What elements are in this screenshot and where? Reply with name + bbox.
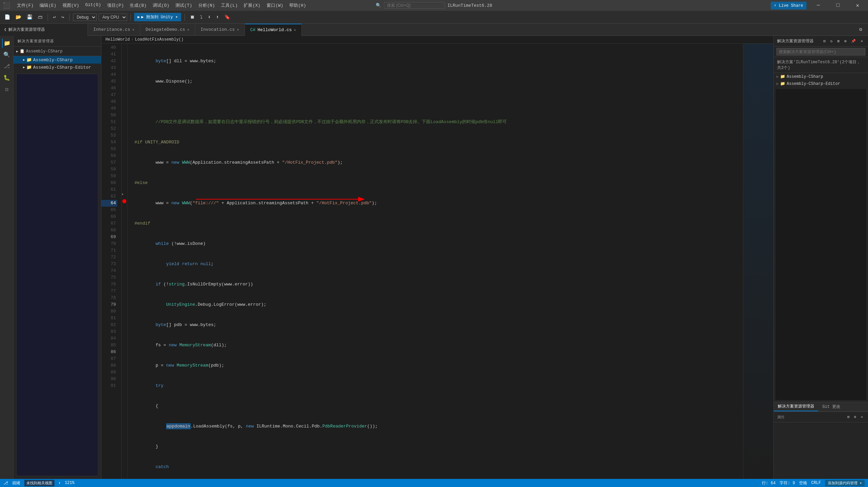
step-over-icon[interactable]: ⤵ [198, 14, 204, 21]
collapse-all-icon[interactable]: ⊟ [822, 38, 827, 44]
extensions-icon[interactable]: ⧈ [2, 85, 11, 94]
step-out-icon[interactable]: ⬆ [215, 13, 221, 21]
debug-icon[interactable]: 🐛 [2, 73, 11, 83]
menu-project[interactable]: 项目(P) [104, 1, 126, 10]
breadcrumb-root[interactable]: HelloWorld [105, 37, 130, 42]
menu-bar: 文件(F) 编辑(E) 视图(V) Git(G) 项目(P) 生成(B) 调试(… [14, 1, 309, 10]
statusbar-right: 行: 64 字符: 9 空格 CRLF 添加到源代码管理 ▾ [762, 480, 865, 486]
file-icon: C# [250, 27, 256, 32]
menu-debug[interactable]: 调试(D) [150, 1, 172, 10]
props-icon1[interactable]: ⊞ [846, 414, 851, 420]
save-all-icon[interactable]: 🗃 [36, 14, 44, 21]
debug-arrow-icon: ➤ [122, 192, 126, 197]
global-search-input[interactable] [384, 2, 445, 9]
breakpoint-marker [122, 199, 126, 203]
redo-icon[interactable]: ↪ [59, 13, 66, 21]
open-icon[interactable]: 📂 [14, 13, 23, 21]
code-line-54: fs = new MemoryStream(dll); [133, 342, 743, 349]
menu-extensions[interactable]: 扩展(X) [241, 1, 263, 10]
menu-analyze[interactable]: 分析(N) [196, 1, 218, 10]
tab-close-icon[interactable]: ✕ [237, 27, 239, 32]
code-line-46: #else [133, 180, 743, 186]
step-into-icon[interactable]: ⬇ [206, 13, 212, 21]
solution-icon: 📋 [20, 49, 25, 54]
code-line-58: appdomain.LoadAssembly(fs, p, new ILRunt… [133, 423, 743, 430]
breadcrumb-method[interactable]: LoadHotFixAssembly() [135, 37, 183, 42]
maximize-button[interactable]: □ [830, 0, 846, 11]
sep4 [184, 14, 185, 21]
settings-icon[interactable]: ⚙ [843, 38, 848, 44]
menu-test[interactable]: 测试(T) [173, 1, 195, 10]
tab-helloworld[interactable]: C# HelloWorld.cs ✕ [245, 24, 302, 36]
solution-search-input[interactable] [776, 48, 865, 55]
menu-help[interactable]: 帮助(H) [287, 1, 308, 10]
run-button[interactable]: ▶ ▶ 附加到 Unity ▾ [134, 13, 181, 21]
error-nav-icon[interactable]: ⬆ [58, 481, 61, 485]
solution-tree-root[interactable]: ▶ 📋 Assembly-CSharp [16, 49, 98, 54]
search-sidebar-icon[interactable]: 🔍 [2, 50, 11, 60]
menu-file[interactable]: 文件(F) [14, 1, 36, 10]
close-panel-icon[interactable]: ✕ [859, 38, 865, 44]
refresh-icon[interactable]: ↻ [829, 38, 835, 44]
solution-explorer-tab[interactable]: 解决方案资源管理器 [774, 402, 818, 411]
solution-tree-item-1[interactable]: ▶ 📁 Assembly-CSharp-Editor [774, 80, 868, 87]
explorer-item-assemblycsharp[interactable]: ▶ 📁 Assembly-CSharp [14, 56, 101, 64]
tab-close-icon[interactable]: ✕ [187, 27, 190, 32]
menu-window[interactable]: 窗口(W) [264, 1, 286, 10]
save-icon[interactable]: 💾 [25, 13, 34, 21]
line-ending[interactable]: CRLF [811, 481, 821, 485]
stop-icon[interactable]: ⏹ [188, 14, 196, 21]
line-numbers: 40 41 42 43 44 45 46 47 48 49 50 51 52 5… [101, 44, 122, 479]
code-editor[interactable]: byte[] dll = www.bytes; www.Dispose(); /… [128, 44, 743, 479]
arrow-right-icon: ▶ [16, 49, 18, 53]
tab-invocation[interactable]: Invocation.cs ✕ [195, 24, 245, 36]
code-line-41: www.Dispose(); [133, 78, 743, 85]
explorer-panel-btn[interactable]: ❮ 解决方案资源管理器 [0, 24, 88, 36]
breakpoint-margin: ➤ [122, 44, 128, 479]
menu-edit[interactable]: 编辑(E) [37, 1, 59, 10]
error-label[interactable]: 未找到相关视图 [24, 480, 54, 486]
code-line-47: www = new WWW("file:///" + Application.s… [133, 200, 743, 207]
code-thumbnail [16, 74, 98, 476]
menu-git[interactable]: Git(G) [82, 1, 104, 10]
close-button[interactable]: ✕ [850, 0, 865, 11]
encoding[interactable]: 空格 [799, 480, 807, 486]
filter-icon[interactable]: ⊞ [836, 38, 841, 44]
git-changes-tab[interactable]: Git 更改 [818, 402, 844, 411]
search-icon: 🔍 [376, 3, 381, 8]
new-file-icon[interactable]: 📄 [3, 13, 12, 21]
titlebar-right: ⚡ Live Share ─ □ ✕ [771, 0, 865, 11]
solution-header-actions: ⊟ ↻ ⊞ ⚙ 📌 ✕ [822, 38, 865, 44]
tab-close-icon[interactable]: ✕ [294, 28, 296, 32]
undo-icon[interactable]: ↩ [51, 13, 57, 21]
add-to-scm-btn[interactable]: 添加到源代码管理 ▾ [825, 480, 865, 486]
solution-tree-item-0[interactable]: ▶ 📁 Assembly-CSharp [774, 73, 868, 80]
code-line-53: byte[] pdb = www.bytes; [133, 322, 743, 328]
split-editor-icon[interactable]: ⧉ [858, 26, 864, 33]
git-icon[interactable]: ⎇ [2, 62, 11, 71]
zoom-level[interactable]: 121% [65, 481, 75, 485]
platform-dropdown[interactable]: Any CPU [99, 14, 127, 21]
tab-inheritance[interactable]: Inheritance.cs ✕ [88, 24, 140, 36]
code-line-52: UnityEngine.Debug.LogError(www.error); [133, 301, 743, 308]
explorer-icon[interactable]: 📁 [2, 39, 11, 48]
props-close-icon[interactable]: ✕ [859, 414, 865, 420]
build-config-dropdown[interactable]: Debug [73, 14, 97, 21]
menu-tools[interactable]: 工具(L) [218, 1, 240, 10]
tab-delegatedemo[interactable]: DelegateDemo.cs ✕ [140, 24, 195, 36]
solution-info: 解决方案'ILRunTimeTest6.28'(2个项目，共2个) [774, 57, 868, 73]
minimap [743, 44, 773, 479]
run-icon: ▶ [138, 15, 140, 20]
props-icon2[interactable]: ⚙ [852, 414, 858, 420]
bookmark-icon[interactable]: 🔖 [223, 13, 232, 21]
code-line-59: } [133, 443, 743, 450]
tabbar: ❮ 解决方案资源管理器 Inheritance.cs ✕ DelegateDem… [0, 24, 868, 36]
project-icon: 📁 [780, 74, 785, 79]
menu-view[interactable]: 视图(V) [60, 1, 82, 10]
menu-build[interactable]: 生成(B) [127, 1, 149, 10]
liveshare-button[interactable]: ⚡ Live Share [771, 2, 807, 9]
pin-icon[interactable]: 📌 [849, 38, 858, 44]
explorer-item-assemblycsharp-editor[interactable]: ▶ 📁 Assembly-CSharp-Editor [14, 64, 101, 71]
minimize-button[interactable]: ─ [811, 0, 826, 11]
tab-close-icon[interactable]: ✕ [132, 27, 134, 32]
